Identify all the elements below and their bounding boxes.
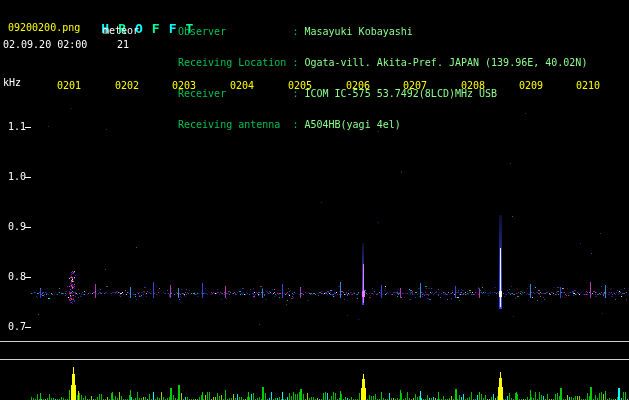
time-tick-label: 0207 [403, 81, 427, 91]
mode-label: meteor [103, 26, 139, 36]
freq-tick-label: 1.0 [4, 172, 26, 182]
info-line-antenna: Receiving antenna : A504HB(yagi 4el) [178, 120, 587, 131]
datetime-label: 02.09.20 02:00 [3, 40, 87, 50]
info-value: Masayuki Kobayashi [304, 26, 412, 37]
time-tick-label: 0201 [57, 81, 81, 91]
freq-tick-label: 0.8 [4, 272, 26, 282]
time-tick-label: 0206 [346, 81, 370, 91]
time-tick-label: 0210 [576, 81, 600, 91]
freq-axis-unit: kHz [3, 78, 21, 88]
info-label: Observer [178, 26, 286, 37]
time-tick-label: 0204 [230, 81, 254, 91]
title-letter: F [152, 21, 169, 36]
station-info: Observer : Masayuki Kobayashi Receiving … [178, 7, 587, 151]
info-line-observer: Observer : Masayuki Kobayashi [178, 27, 587, 38]
info-value: Ogata-vill. Akita-Pref. JAPAN (139.96E, … [304, 57, 587, 68]
info-separator: : [286, 26, 304, 37]
info-separator: : [286, 119, 304, 130]
freq-tick-label: 1.1 [4, 122, 26, 132]
time-tick-label: 0202 [115, 81, 139, 91]
info-separator: : [286, 57, 304, 68]
time-tick-label: 0209 [519, 81, 543, 91]
info-value: A504HB(yagi 4el) [304, 119, 400, 130]
time-tick-label: 0203 [172, 81, 196, 91]
freq-tick-label: 0.9 [4, 222, 26, 232]
info-label: Receiving Location [178, 57, 286, 68]
output-filename: 09200200.png [8, 23, 80, 33]
freq-tick-label: 0.7 [4, 322, 26, 332]
echo-count: 21 [117, 40, 129, 50]
info-line-location: Receiving Location : Ogata-vill. Akita-P… [178, 58, 587, 69]
time-tick-label: 0208 [461, 81, 485, 91]
info-label: Receiving antenna [178, 119, 286, 130]
hrofft-screen: HROFFT 09200200.png meteor 02.09.20 02:0… [0, 0, 629, 400]
time-tick-label: 0205 [288, 81, 312, 91]
